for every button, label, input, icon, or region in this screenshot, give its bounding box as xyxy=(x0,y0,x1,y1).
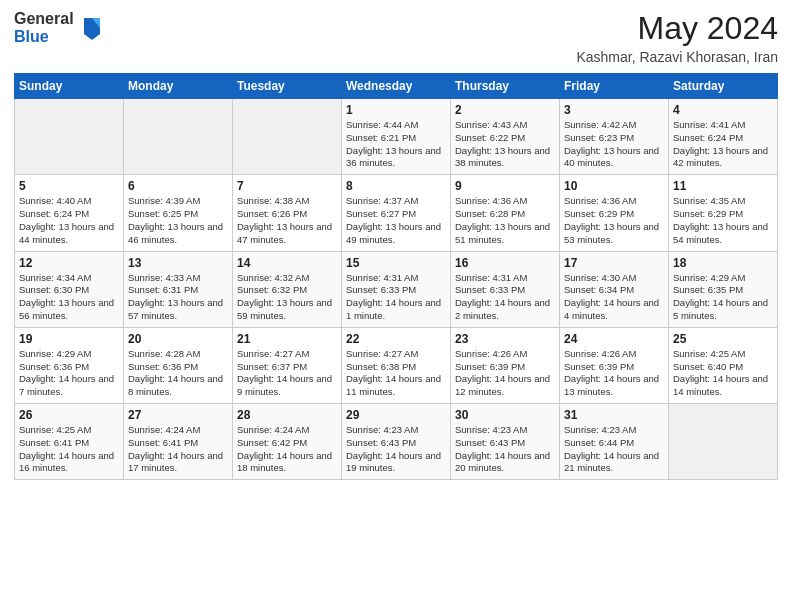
day-number: 17 xyxy=(564,256,664,270)
day-number: 23 xyxy=(455,332,555,346)
day-info: Sunrise: 4:36 AM Sunset: 6:29 PM Dayligh… xyxy=(564,195,664,246)
day-info: Sunrise: 4:40 AM Sunset: 6:24 PM Dayligh… xyxy=(19,195,119,246)
day-info: Sunrise: 4:42 AM Sunset: 6:23 PM Dayligh… xyxy=(564,119,664,170)
calendar-cell: 8Sunrise: 4:37 AM Sunset: 6:27 PM Daylig… xyxy=(342,175,451,251)
calendar-cell: 26Sunrise: 4:25 AM Sunset: 6:41 PM Dayli… xyxy=(15,404,124,480)
day-number: 18 xyxy=(673,256,773,270)
day-number: 4 xyxy=(673,103,773,117)
day-info: Sunrise: 4:34 AM Sunset: 6:30 PM Dayligh… xyxy=(19,272,119,323)
day-number: 29 xyxy=(346,408,446,422)
calendar-cell: 27Sunrise: 4:24 AM Sunset: 6:41 PM Dayli… xyxy=(124,404,233,480)
day-number: 2 xyxy=(455,103,555,117)
calendar-cell xyxy=(15,99,124,175)
calendar-cell: 16Sunrise: 4:31 AM Sunset: 6:33 PM Dayli… xyxy=(451,251,560,327)
logo-icon xyxy=(80,14,104,42)
day-number: 7 xyxy=(237,179,337,193)
calendar-cell: 14Sunrise: 4:32 AM Sunset: 6:32 PM Dayli… xyxy=(233,251,342,327)
day-number: 22 xyxy=(346,332,446,346)
day-number: 13 xyxy=(128,256,228,270)
calendar-cell xyxy=(669,404,778,480)
day-number: 15 xyxy=(346,256,446,270)
calendar-cell: 25Sunrise: 4:25 AM Sunset: 6:40 PM Dayli… xyxy=(669,327,778,403)
calendar-cell: 20Sunrise: 4:28 AM Sunset: 6:36 PM Dayli… xyxy=(124,327,233,403)
calendar-cell: 1Sunrise: 4:44 AM Sunset: 6:21 PM Daylig… xyxy=(342,99,451,175)
title-section: May 2024 Kashmar, Razavi Khorasan, Iran xyxy=(576,10,778,65)
page: General Blue May 2024 Kashmar, Razavi Kh… xyxy=(0,0,792,612)
day-info: Sunrise: 4:43 AM Sunset: 6:22 PM Dayligh… xyxy=(455,119,555,170)
day-number: 25 xyxy=(673,332,773,346)
calendar-cell xyxy=(233,99,342,175)
day-number: 21 xyxy=(237,332,337,346)
calendar-cell: 13Sunrise: 4:33 AM Sunset: 6:31 PM Dayli… xyxy=(124,251,233,327)
day-info: Sunrise: 4:30 AM Sunset: 6:34 PM Dayligh… xyxy=(564,272,664,323)
day-number: 19 xyxy=(19,332,119,346)
day-number: 9 xyxy=(455,179,555,193)
day-info: Sunrise: 4:23 AM Sunset: 6:44 PM Dayligh… xyxy=(564,424,664,475)
day-number: 16 xyxy=(455,256,555,270)
day-number: 31 xyxy=(564,408,664,422)
day-info: Sunrise: 4:38 AM Sunset: 6:26 PM Dayligh… xyxy=(237,195,337,246)
calendar-cell: 24Sunrise: 4:26 AM Sunset: 6:39 PM Dayli… xyxy=(560,327,669,403)
calendar-cell: 29Sunrise: 4:23 AM Sunset: 6:43 PM Dayli… xyxy=(342,404,451,480)
day-number: 28 xyxy=(237,408,337,422)
calendar-cell xyxy=(124,99,233,175)
calendar-cell: 19Sunrise: 4:29 AM Sunset: 6:36 PM Dayli… xyxy=(15,327,124,403)
calendar-cell: 2Sunrise: 4:43 AM Sunset: 6:22 PM Daylig… xyxy=(451,99,560,175)
header: General Blue May 2024 Kashmar, Razavi Kh… xyxy=(14,10,778,65)
day-number: 11 xyxy=(673,179,773,193)
day-number: 10 xyxy=(564,179,664,193)
calendar-cell: 31Sunrise: 4:23 AM Sunset: 6:44 PM Dayli… xyxy=(560,404,669,480)
day-info: Sunrise: 4:27 AM Sunset: 6:38 PM Dayligh… xyxy=(346,348,446,399)
day-info: Sunrise: 4:44 AM Sunset: 6:21 PM Dayligh… xyxy=(346,119,446,170)
calendar-cell: 21Sunrise: 4:27 AM Sunset: 6:37 PM Dayli… xyxy=(233,327,342,403)
day-number: 26 xyxy=(19,408,119,422)
day-header: Monday xyxy=(124,74,233,99)
day-info: Sunrise: 4:26 AM Sunset: 6:39 PM Dayligh… xyxy=(455,348,555,399)
day-number: 27 xyxy=(128,408,228,422)
calendar-cell: 22Sunrise: 4:27 AM Sunset: 6:38 PM Dayli… xyxy=(342,327,451,403)
day-number: 5 xyxy=(19,179,119,193)
calendar-cell: 10Sunrise: 4:36 AM Sunset: 6:29 PM Dayli… xyxy=(560,175,669,251)
calendar-cell: 12Sunrise: 4:34 AM Sunset: 6:30 PM Dayli… xyxy=(15,251,124,327)
logo-general: General xyxy=(14,10,74,28)
day-info: Sunrise: 4:37 AM Sunset: 6:27 PM Dayligh… xyxy=(346,195,446,246)
day-info: Sunrise: 4:27 AM Sunset: 6:37 PM Dayligh… xyxy=(237,348,337,399)
calendar-cell: 5Sunrise: 4:40 AM Sunset: 6:24 PM Daylig… xyxy=(15,175,124,251)
calendar-cell: 4Sunrise: 4:41 AM Sunset: 6:24 PM Daylig… xyxy=(669,99,778,175)
calendar-table: SundayMondayTuesdayWednesdayThursdayFrid… xyxy=(14,73,778,480)
logo-text: General Blue xyxy=(14,10,74,45)
location: Kashmar, Razavi Khorasan, Iran xyxy=(576,49,778,65)
day-header: Friday xyxy=(560,74,669,99)
day-number: 8 xyxy=(346,179,446,193)
calendar-cell: 30Sunrise: 4:23 AM Sunset: 6:43 PM Dayli… xyxy=(451,404,560,480)
day-info: Sunrise: 4:41 AM Sunset: 6:24 PM Dayligh… xyxy=(673,119,773,170)
day-info: Sunrise: 4:23 AM Sunset: 6:43 PM Dayligh… xyxy=(455,424,555,475)
day-info: Sunrise: 4:31 AM Sunset: 6:33 PM Dayligh… xyxy=(346,272,446,323)
day-info: Sunrise: 4:31 AM Sunset: 6:33 PM Dayligh… xyxy=(455,272,555,323)
calendar-cell: 15Sunrise: 4:31 AM Sunset: 6:33 PM Dayli… xyxy=(342,251,451,327)
day-info: Sunrise: 4:25 AM Sunset: 6:40 PM Dayligh… xyxy=(673,348,773,399)
day-info: Sunrise: 4:29 AM Sunset: 6:35 PM Dayligh… xyxy=(673,272,773,323)
day-info: Sunrise: 4:36 AM Sunset: 6:28 PM Dayligh… xyxy=(455,195,555,246)
day-info: Sunrise: 4:28 AM Sunset: 6:36 PM Dayligh… xyxy=(128,348,228,399)
day-header: Tuesday xyxy=(233,74,342,99)
day-number: 24 xyxy=(564,332,664,346)
calendar-cell: 9Sunrise: 4:36 AM Sunset: 6:28 PM Daylig… xyxy=(451,175,560,251)
logo: General Blue xyxy=(14,10,104,45)
day-info: Sunrise: 4:29 AM Sunset: 6:36 PM Dayligh… xyxy=(19,348,119,399)
day-info: Sunrise: 4:23 AM Sunset: 6:43 PM Dayligh… xyxy=(346,424,446,475)
day-number: 12 xyxy=(19,256,119,270)
calendar-cell: 17Sunrise: 4:30 AM Sunset: 6:34 PM Dayli… xyxy=(560,251,669,327)
day-header: Saturday xyxy=(669,74,778,99)
day-number: 20 xyxy=(128,332,228,346)
day-number: 30 xyxy=(455,408,555,422)
day-header: Sunday xyxy=(15,74,124,99)
calendar-cell: 23Sunrise: 4:26 AM Sunset: 6:39 PM Dayli… xyxy=(451,327,560,403)
day-info: Sunrise: 4:26 AM Sunset: 6:39 PM Dayligh… xyxy=(564,348,664,399)
calendar-cell: 11Sunrise: 4:35 AM Sunset: 6:29 PM Dayli… xyxy=(669,175,778,251)
day-info: Sunrise: 4:24 AM Sunset: 6:42 PM Dayligh… xyxy=(237,424,337,475)
calendar-cell: 6Sunrise: 4:39 AM Sunset: 6:25 PM Daylig… xyxy=(124,175,233,251)
calendar-cell: 28Sunrise: 4:24 AM Sunset: 6:42 PM Dayli… xyxy=(233,404,342,480)
calendar-cell: 3Sunrise: 4:42 AM Sunset: 6:23 PM Daylig… xyxy=(560,99,669,175)
day-info: Sunrise: 4:32 AM Sunset: 6:32 PM Dayligh… xyxy=(237,272,337,323)
